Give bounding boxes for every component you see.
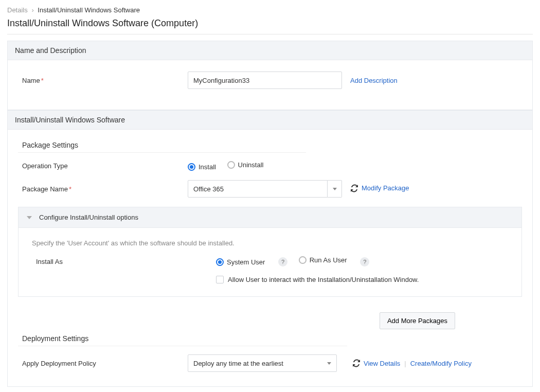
breadcrumb-current: Install/Uninstall Windows Software [38, 6, 140, 14]
radio-dot-icon [216, 258, 224, 266]
configure-options-toggle[interactable]: Configure Install/Uninstall options [19, 207, 521, 228]
section-name-and-description-body: Name* Add Description [7, 60, 533, 110]
package-settings-heading: Package Settings [18, 141, 306, 153]
configure-options-hint: Specify the 'User Account' as which the … [32, 239, 508, 247]
package-name-label: Package Name* [18, 185, 188, 193]
checkbox-box-icon [216, 276, 224, 283]
add-more-packages-button[interactable]: Add More Packages [380, 312, 455, 329]
radio-install[interactable]: Install [188, 163, 216, 171]
radio-system-user-label: System User [227, 258, 265, 266]
configure-options-heading: Configure Install/Uninstall options [39, 213, 138, 221]
section-software-header: Install/Uninstall Windows Software [7, 110, 533, 130]
help-system-user[interactable]: ? [278, 257, 287, 266]
radio-install-label: Install [199, 163, 216, 171]
divider [7, 34, 533, 34]
refresh-icon [350, 184, 358, 192]
apply-deployment-policy-label: Apply Deployment Policy [18, 360, 188, 367]
radio-uninstall[interactable]: Uninstall [227, 161, 264, 169]
deployment-policy-select[interactable]: Deploy any time at the earliest [188, 354, 337, 372]
deployment-policy-value: Deploy any time at the earliest [193, 360, 283, 367]
package-name-caret[interactable] [328, 180, 342, 198]
radio-dot-icon [227, 161, 235, 169]
package-name-value: Office 365 [193, 185, 224, 193]
radio-uninstall-label: Uninstall [238, 161, 264, 169]
radio-run-as-user-label: Run As User [310, 256, 347, 264]
separator: | [400, 360, 410, 367]
caret-down-icon [27, 216, 32, 219]
help-run-as-user[interactable]: ? [360, 257, 369, 266]
radio-dot-icon [188, 163, 195, 171]
refresh-icon[interactable] [352, 359, 361, 367]
section-software-body: Package Settings Operation Type Install … [7, 130, 533, 387]
deployment-settings-heading: Deployment Settings [18, 334, 347, 346]
name-input[interactable] [188, 72, 342, 89]
view-details-link[interactable]: View Details [364, 360, 400, 367]
configure-options-panel: Configure Install/Uninstall options Spec… [18, 207, 522, 297]
caret-down-icon [327, 362, 331, 365]
add-description-link[interactable]: Add Description [350, 77, 398, 84]
install-as-label: Install As [32, 258, 216, 265]
operation-type-label: Operation Type [18, 162, 188, 170]
radio-system-user[interactable]: System User [216, 258, 265, 266]
radio-run-as-user[interactable]: Run As User [299, 256, 347, 264]
checkbox-allow-interact-label: Allow User to interact with the Installa… [228, 276, 419, 283]
radio-dot-icon [299, 256, 307, 264]
modify-package-link[interactable]: Modify Package [350, 184, 409, 192]
chevron-right-icon: › [29, 6, 35, 14]
create-modify-policy-link[interactable]: Create/Modify Policy [410, 360, 472, 367]
breadcrumb-parent[interactable]: Details [7, 6, 28, 14]
name-label: Name* [18, 77, 188, 84]
caret-down-icon [333, 188, 337, 190]
package-name-select[interactable]: Office 365 [188, 180, 328, 198]
page-title: Install/Uninstall Windows Software (Comp… [7, 18, 533, 29]
breadcrumb: Details › Install/Uninstall Windows Soft… [7, 6, 533, 14]
section-name-and-description-header: Name and Description [7, 41, 533, 60]
checkbox-allow-interact[interactable]: Allow User to interact with the Installa… [216, 276, 419, 283]
